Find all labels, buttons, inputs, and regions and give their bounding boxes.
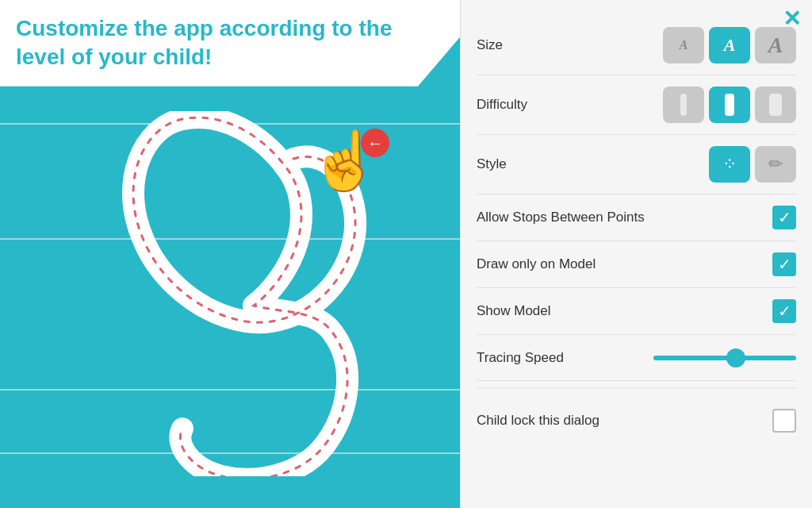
style-row: Style ⁘ ✏ xyxy=(477,135,796,194)
draw-model-checkbox[interactable]: ✓ xyxy=(772,252,796,276)
size-btn-group: A A A xyxy=(663,27,796,64)
child-lock-checkbox[interactable] xyxy=(772,409,796,433)
show-model-checkbox[interactable]: ✓ xyxy=(772,299,796,323)
header-text: Customize the app according to the level… xyxy=(16,14,428,72)
size-label: Size xyxy=(477,37,503,53)
allow-stops-checkbox[interactable]: ✓ xyxy=(772,206,796,229)
style-btn-group: ⁘ ✏ xyxy=(709,146,796,183)
child-lock-label: Child lock this dialog xyxy=(477,413,599,429)
style-label: Style xyxy=(477,156,507,172)
style-pencil-btn[interactable]: ✏ xyxy=(755,146,796,183)
left-panel: Customize the app according to the level… xyxy=(0,0,460,508)
slider-thumb[interactable] xyxy=(726,348,745,368)
show-model-row: Show Model ✓ xyxy=(477,288,796,335)
tracing-speed-label: Tracing Speed xyxy=(477,350,564,366)
tracing-speed-row: Tracing Speed xyxy=(477,335,796,381)
allow-stops-row: Allow Stops Between Points ✓ xyxy=(477,194,796,241)
arrow-icon: ← xyxy=(361,129,389,157)
difficulty-medium-btn[interactable] xyxy=(709,87,750,123)
size-small-btn[interactable]: A xyxy=(663,27,704,64)
slider-track xyxy=(653,356,796,360)
child-lock-row: Child lock this dialog xyxy=(477,394,796,433)
right-panel: ✕ Size A A A Difficulty xyxy=(460,0,812,508)
style-dots-btn[interactable]: ⁘ xyxy=(709,146,750,183)
settings-container: Size A A A Difficulty xyxy=(461,8,812,441)
difficulty-btn-group xyxy=(663,87,796,123)
draw-model-row: Draw only on Model ✓ xyxy=(477,241,796,288)
difficulty-hard-btn[interactable] xyxy=(755,87,796,123)
close-button[interactable]: ✕ xyxy=(783,8,801,30)
show-model-label: Show Model xyxy=(477,303,551,319)
size-large-btn[interactable]: A xyxy=(755,27,796,64)
tracing-speed-slider[interactable] xyxy=(653,356,796,360)
difficulty-easy-btn[interactable] xyxy=(663,87,704,123)
header-banner: Customize the app according to the level… xyxy=(0,0,460,87)
size-row: Size A A A xyxy=(477,16,796,75)
draw-model-label: Draw only on Model xyxy=(477,256,596,272)
size-medium-btn[interactable]: A xyxy=(709,27,750,64)
settings-divider xyxy=(477,387,796,388)
difficulty-row: Difficulty xyxy=(477,75,796,135)
allow-stops-label: Allow Stops Between Points xyxy=(477,210,645,225)
difficulty-label: Difficulty xyxy=(477,97,527,113)
